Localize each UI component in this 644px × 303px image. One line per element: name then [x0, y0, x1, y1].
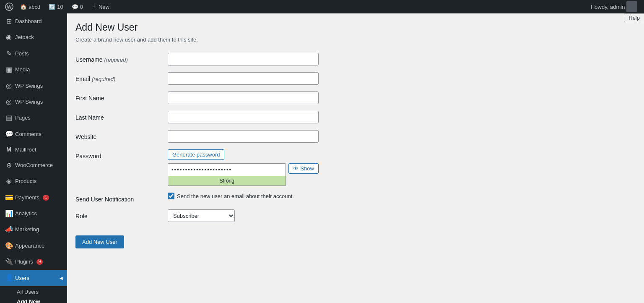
- sidebar-item-wp-swings-2[interactable]: ◎ WP Swings: [0, 94, 67, 110]
- sidebar-item-label: WooCommerce: [15, 162, 53, 169]
- sidebar-item-pages[interactable]: ▤ Pages: [0, 110, 67, 126]
- comments-bar-item[interactable]: 💬 0: [68, 0, 86, 13]
- site-name-bar-item[interactable]: 🏠 abcd: [17, 0, 44, 13]
- eye-icon: 👁: [293, 165, 299, 172]
- notification-control: Send the new user an email about their a…: [168, 193, 319, 199]
- admin-bar: W 🏠 abcd 🔄 10 💬 0 ＋ New Howdy, admin: [0, 0, 644, 13]
- sidebar-item-posts[interactable]: ✎ Posts: [0, 46, 67, 62]
- password-field-container: Strong: [168, 163, 286, 186]
- add-new-user-button[interactable]: Add New User: [75, 235, 124, 248]
- svg-text:W: W: [7, 4, 12, 10]
- notification-row: Send User Notification Send the new user…: [75, 193, 636, 203]
- password-control: Generate password Strong 👁 Show: [168, 149, 319, 186]
- sidebar: ⊞ Dashboard ◉ Jetpack ✎ Posts ▣ Media ◎ …: [0, 13, 67, 303]
- sidebar-item-label: Comments: [15, 131, 42, 138]
- payments-icon: 💳: [5, 193, 13, 202]
- sidebar-item-label: Pages: [15, 114, 31, 122]
- notification-checkbox-label: Send the new user an email about their a…: [168, 193, 319, 199]
- sidebar-item-label: Payments: [15, 194, 39, 201]
- sidebar-item-label: Plugins: [15, 258, 33, 266]
- username-label: Username (required): [75, 53, 168, 63]
- wp-logo-icon[interactable]: W: [3, 0, 15, 13]
- lastname-label: Last Name: [75, 111, 168, 121]
- role-control: Subscriber Contributor Author Editor Adm…: [168, 209, 319, 222]
- lastname-control: [168, 111, 319, 123]
- wp-swings-icon-2: ◎: [5, 97, 13, 107]
- sidebar-item-label: Posts: [15, 50, 29, 57]
- sidebar-item-jetpack[interactable]: ◉ Jetpack: [0, 29, 67, 45]
- sidebar-item-label: WP Swings: [15, 98, 43, 106]
- payments-badge: 1: [43, 195, 49, 201]
- generate-password-button[interactable]: Generate password: [168, 149, 224, 160]
- email-row: Email (required): [75, 72, 636, 85]
- main-content: Help Add New User Create a brand new use…: [67, 13, 644, 303]
- howdy-text: Howdy, admin: [591, 1, 641, 12]
- products-icon: ◈: [5, 177, 13, 186]
- comments-icon: 💬: [5, 130, 13, 139]
- firstname-row: First Name: [75, 91, 636, 104]
- notification-label: Send User Notification: [75, 193, 168, 203]
- website-label: Website: [75, 130, 168, 140]
- wp-swings-icon-1: ◎: [5, 81, 13, 91]
- pages-icon: ▤: [5, 113, 13, 123]
- sidebar-item-comments[interactable]: 💬 Comments: [0, 126, 67, 142]
- show-password-button[interactable]: 👁 Show: [288, 163, 319, 174]
- media-icon: ▣: [5, 65, 13, 74]
- firstname-control: [168, 91, 319, 104]
- password-label: Password: [75, 149, 168, 159]
- password-strength-indicator: Strong: [168, 176, 286, 186]
- username-row: Username (required): [75, 53, 636, 65]
- sidebar-item-users[interactable]: 👤 Users ◀: [0, 270, 67, 286]
- lastname-row: Last Name: [75, 111, 636, 123]
- email-input[interactable]: [168, 72, 319, 85]
- sidebar-sub-add-new[interactable]: Add New: [13, 297, 67, 303]
- sidebar-item-dashboard[interactable]: ⊞ Dashboard: [0, 13, 67, 29]
- users-icon: 👤: [5, 273, 13, 282]
- email-label: Email (required): [75, 72, 168, 82]
- woocommerce-icon: ⊕: [5, 161, 13, 170]
- website-row: Website: [75, 130, 636, 143]
- sidebar-sub-all-users[interactable]: All Users: [13, 287, 67, 297]
- sidebar-item-appearance[interactable]: 🎨 Appearance: [0, 238, 67, 254]
- sidebar-item-label: Marketing: [15, 226, 39, 233]
- sidebar-item-wp-swings-1[interactable]: ◎ WP Swings: [0, 78, 67, 94]
- firstname-label: First Name: [75, 91, 168, 102]
- submit-row: Add New User: [75, 229, 636, 248]
- role-row: Role Subscriber Contributor Author Edito…: [75, 209, 636, 222]
- help-button[interactable]: Help: [624, 13, 644, 22]
- sidebar-item-media[interactable]: ▣ Media: [0, 62, 67, 78]
- sidebar-item-label: MailPoet: [15, 146, 36, 154]
- sidebar-item-mailpoet[interactable]: M MailPoet: [0, 142, 67, 157]
- website-input[interactable]: [168, 130, 319, 143]
- sidebar-item-label: Products: [15, 178, 36, 185]
- posts-icon: ✎: [5, 49, 13, 58]
- sidebar-item-analytics[interactable]: 📊 Analytics: [0, 206, 67, 222]
- sidebar-item-products[interactable]: ◈ Products: [0, 173, 67, 189]
- sidebar-item-plugins[interactable]: 🔌 Plugins 9: [0, 254, 67, 270]
- plugins-icon: 🔌: [5, 257, 13, 266]
- role-label: Role: [75, 209, 168, 219]
- sidebar-item-label: Jetpack: [15, 34, 34, 41]
- sidebar-item-label: WP Swings: [15, 82, 43, 90]
- role-select[interactable]: Subscriber Contributor Author Editor Adm…: [168, 209, 235, 222]
- jetpack-icon: ◉: [5, 33, 13, 42]
- lastname-input[interactable]: [168, 111, 319, 123]
- sidebar-item-marketing[interactable]: 📣 Marketing: [0, 222, 67, 238]
- sidebar-submenu-users: All Users Add New Profile: [0, 286, 67, 303]
- sidebar-item-label: Users: [15, 274, 29, 282]
- sidebar-item-payments[interactable]: 💳 Payments 1: [0, 190, 67, 206]
- firstname-input[interactable]: [168, 91, 319, 104]
- username-input[interactable]: [168, 53, 319, 65]
- sidebar-item-woocommerce[interactable]: ⊕ WooCommerce: [0, 157, 67, 173]
- page-title: Add New User: [75, 22, 636, 33]
- notification-checkbox[interactable]: [168, 193, 174, 199]
- marketing-icon: 📣: [5, 225, 13, 234]
- analytics-icon: 📊: [5, 209, 13, 218]
- plugins-badge: 9: [36, 259, 43, 265]
- sidebar-item-label: Media: [15, 66, 30, 73]
- password-input[interactable]: [168, 163, 286, 176]
- updates-bar-item[interactable]: 🔄 10: [45, 0, 66, 13]
- sidebar-item-label: Dashboard: [15, 18, 42, 25]
- new-bar-item[interactable]: ＋ New: [88, 0, 113, 13]
- appearance-icon: 🎨: [5, 241, 13, 251]
